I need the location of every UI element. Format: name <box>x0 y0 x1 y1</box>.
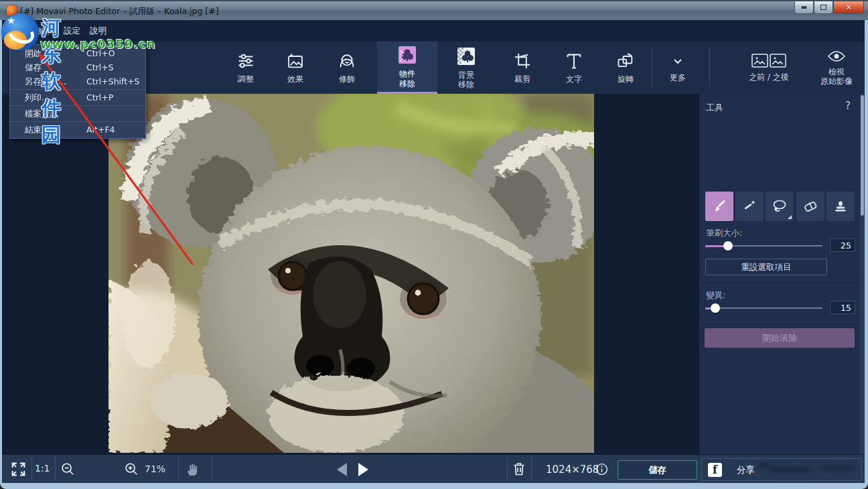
stamp-tool-button[interactable] <box>826 192 855 221</box>
save-button[interactable]: 儲存 <box>618 460 697 480</box>
face-icon <box>338 52 356 70</box>
help-icon[interactable]: ? <box>845 100 851 112</box>
previous-image-button[interactable] <box>337 463 347 476</box>
tools-panel-title: 工具 <box>706 102 723 114</box>
menu-item-open[interactable]: 開啟... Ctrl+O <box>10 46 145 60</box>
menu-file[interactable]: 檔案 <box>20 25 37 37</box>
variation-label: 變異: <box>706 290 725 301</box>
censored-smudge <box>819 466 856 470</box>
brush-size-value[interactable]: 25 <box>830 238 855 252</box>
object-removal-icon <box>397 45 417 65</box>
menu-separator <box>10 105 145 106</box>
effects-icon <box>286 52 305 70</box>
chevron-down-icon <box>670 53 686 69</box>
menu-bar: 檔案 編輯 設定 說明 <box>2 20 865 42</box>
tab-adjust[interactable]: 調整 <box>221 42 271 94</box>
menu-item-file-info[interactable]: 檔案資訊 <box>10 107 145 121</box>
fit-screen-icon <box>10 461 27 478</box>
image-info-button[interactable] <box>595 462 609 479</box>
background-removal-icon <box>456 46 476 66</box>
menu-edit[interactable]: 編輯 <box>38 25 55 37</box>
bottom-separator <box>55 458 56 481</box>
variation-slider-track[interactable] <box>705 307 822 309</box>
submenu-indicator <box>788 215 792 219</box>
menu-separator <box>10 121 145 122</box>
tools-panel: 工具 ? <box>699 94 860 454</box>
tab-background-removal[interactable]: 背景移除 <box>437 42 495 94</box>
tab-object-removal[interactable]: 物件移除 <box>377 42 437 94</box>
brush-size-slider-knob[interactable] <box>723 241 733 251</box>
maximize-button[interactable] <box>814 1 833 14</box>
zoom-out-button[interactable] <box>60 462 75 479</box>
tab-text[interactable]: 文字 <box>549 42 599 94</box>
tab-rotate[interactable]: 旋轉 <box>599 42 652 94</box>
rotate-icon <box>616 52 635 70</box>
photo-canvas[interactable] <box>108 94 594 453</box>
view-original-label: 檢視原始影像 <box>820 67 853 86</box>
tab-effects[interactable]: 效果 <box>271 42 320 94</box>
facebook-icon[interactable]: f <box>708 463 722 477</box>
bottom-separator <box>178 458 179 481</box>
start-erase-button[interactable]: 開始清除 <box>705 328 855 348</box>
stamp-icon <box>833 198 849 214</box>
censored-smudge <box>766 467 812 472</box>
minimize-button[interactable]: ▬ <box>794 1 814 14</box>
panel-scrollbar-thumb[interactable] <box>861 95 864 216</box>
trash-icon <box>511 461 527 477</box>
tab-crop-label: 裁剪 <box>514 74 530 84</box>
file-menu-dropdown: 開啟... Ctrl+O 儲存 Ctrl+S 另存新檔... Ctrl+Shif… <box>9 44 146 139</box>
magic-wand-icon <box>741 198 757 214</box>
bottom-separator <box>212 458 212 481</box>
share-box: f 分享 <box>701 458 862 481</box>
tab-more[interactable]: 更多 <box>656 42 700 94</box>
tab-rotate-label: 旋轉 <box>618 74 634 84</box>
minimize-icon: ▬ <box>801 4 807 11</box>
close-button[interactable]: ✕ <box>833 1 864 14</box>
menu-item-save[interactable]: 儲存 Ctrl+S <box>10 60 145 74</box>
brush-size-label: 筆刷大小: <box>706 228 742 239</box>
app-window: [#] Movavi Photo Editor – 試用版 – Koala.jp… <box>0 0 868 489</box>
delete-image-button[interactable] <box>511 461 527 480</box>
lasso-tool-button[interactable] <box>766 192 794 221</box>
tab-more-label: 更多 <box>670 73 686 82</box>
sliders-icon <box>236 52 255 70</box>
actual-size-button[interactable]: 1:1 <box>35 463 50 474</box>
variation-value[interactable]: 15 <box>830 301 855 314</box>
title-bar[interactable]: [#] Movavi Photo Editor – 試用版 – Koala.jp… <box>0 0 868 20</box>
menu-settings[interactable]: 設定 <box>64 25 80 37</box>
variation-slider-knob[interactable] <box>711 303 720 313</box>
eraser-icon <box>802 198 818 214</box>
magic-wand-tool-button[interactable] <box>735 192 764 221</box>
view-original-button[interactable]: 檢視原始影像 <box>809 42 864 94</box>
hand-icon <box>184 461 201 478</box>
editor-canvas <box>2 94 699 454</box>
hand-tool-button[interactable] <box>184 461 201 480</box>
toolbar-separator <box>652 48 652 87</box>
panel-divider <box>699 283 860 284</box>
tab-crop[interactable]: 裁剪 <box>496 42 549 94</box>
eraser-tool-button[interactable] <box>796 192 824 221</box>
before-after-icon <box>751 54 786 68</box>
tab-background-removal-label: 背景移除 <box>458 70 474 90</box>
share-button[interactable]: 分享 <box>737 464 755 476</box>
tab-retouch-label: 修飾 <box>339 74 355 84</box>
menu-item-print[interactable]: 列印... Ctrl+P <box>10 90 145 104</box>
reset-selection-button[interactable]: 重設選取項目 <box>705 259 827 275</box>
zoom-in-button[interactable] <box>124 462 139 479</box>
fit-to-screen-button[interactable] <box>10 461 27 480</box>
app-content: 檔案 編輯 設定 說明 調整 效果 <box>2 20 865 483</box>
menu-item-exit[interactable]: 結束 Alt+F4 <box>10 123 145 137</box>
crop-icon <box>513 52 532 70</box>
next-image-button[interactable] <box>358 463 368 476</box>
eye-icon <box>827 50 846 63</box>
menu-help[interactable]: 說明 <box>90 25 106 37</box>
zoom-in-icon <box>124 462 139 476</box>
tab-retouch[interactable]: 修飾 <box>320 42 374 94</box>
bottom-separator <box>507 458 508 481</box>
window-title: [#] Movavi Photo Editor – 試用版 – Koala.jp… <box>20 6 219 17</box>
brush-tool-button[interactable] <box>705 192 733 221</box>
lasso-icon <box>771 198 788 215</box>
tab-effects-label: 效果 <box>287 74 303 84</box>
menu-item-save-as[interactable]: 另存新檔... Ctrl+Shift+S <box>10 74 145 88</box>
before-after-button[interactable]: 之前 / 之後 <box>729 42 809 94</box>
